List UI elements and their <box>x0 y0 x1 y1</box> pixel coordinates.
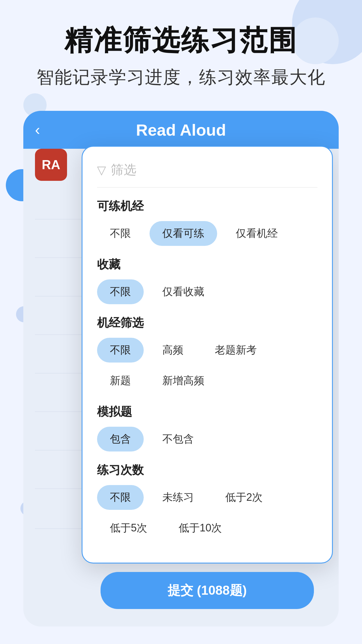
section-kelijing: 可练机经 不限 仅看可练 仅看机经 <box>97 198 317 246</box>
option-row-lianxicishu: 不限 未练习 低于2次 低于5次 低于10次 <box>97 485 317 540</box>
option-diyue2ci[interactable]: 低于2次 <box>212 485 275 510</box>
section-title-jijingshaixuan: 机经筛选 <box>97 315 317 331</box>
section-lianxicishu: 练习次数 不限 未练习 低于2次 低于5次 低于10次 <box>97 462 317 540</box>
option-row-jijingshaixuan: 不限 高频 老题新考 新题 新增高频 <box>97 338 317 393</box>
option-weilianxi[interactable]: 未练习 <box>150 485 207 510</box>
option-jikanjijing[interactable]: 仅看机经 <box>223 221 291 246</box>
filter-icon: ▽ <box>97 163 106 177</box>
filter-label: 筛选 <box>111 161 136 178</box>
option-diyue10ci[interactable]: 低于10次 <box>166 516 235 540</box>
option-xinti[interactable]: 新题 <box>97 368 144 393</box>
option-buxian-cishu[interactable]: 不限 <box>97 485 144 510</box>
submit-area: 提交 (1088题) <box>82 572 333 609</box>
section-title-shoucang: 收藏 <box>97 256 317 272</box>
option-gaopin[interactable]: 高频 <box>150 338 196 363</box>
option-row-moniti: 包含 不包含 <box>97 427 317 452</box>
option-row-kelijing: 不限 仅看可练 仅看机经 <box>97 221 317 246</box>
option-baohang[interactable]: 包含 <box>97 427 144 452</box>
option-jikanshoucang[interactable]: 仅看收藏 <box>150 279 217 304</box>
option-laotixinkou[interactable]: 老题新考 <box>202 338 270 363</box>
ra-badge: RA <box>35 149 67 181</box>
option-buxian-kelijing[interactable]: 不限 <box>97 221 144 246</box>
section-title-kelijing: 可练机经 <box>97 198 317 214</box>
sub-title: 智能记录学习进度，练习效率最大化 <box>23 66 339 89</box>
filter-modal: ▽ 筛选 可练机经 不限 仅看可练 仅看机经 收藏 不限 仅看收藏 机经筛选 不… <box>82 146 333 564</box>
filter-header: ▽ 筛选 <box>97 161 317 188</box>
section-shoucang: 收藏 不限 仅看收藏 <box>97 256 317 304</box>
option-buxian-jijing[interactable]: 不限 <box>97 338 144 363</box>
option-jikankepian[interactable]: 仅看可练 <box>150 221 217 246</box>
option-xinzenggaopin[interactable]: 新增高频 <box>150 368 217 393</box>
main-title: 精准筛选练习范围 <box>23 23 339 57</box>
submit-button[interactable]: 提交 (1088题) <box>101 572 314 609</box>
back-button[interactable]: ‹ <box>35 121 40 139</box>
option-bubaohang[interactable]: 不包含 <box>150 427 207 452</box>
option-row-shoucang: 不限 仅看收藏 <box>97 279 317 304</box>
header-title: Read Aloud <box>136 120 226 139</box>
section-title-moniti: 模拟题 <box>97 404 317 420</box>
option-buxian-shoucang[interactable]: 不限 <box>97 279 144 304</box>
app-header: ‹ Read Aloud <box>23 111 339 149</box>
section-moniti: 模拟题 包含 不包含 <box>97 404 317 452</box>
option-diyue5ci[interactable]: 低于5次 <box>97 516 160 540</box>
section-title-lianxicishu: 练习次数 <box>97 462 317 478</box>
top-section: 精准筛选练习范围 智能记录学习进度，练习效率最大化 <box>0 23 362 89</box>
section-jijingshaixuan: 机经筛选 不限 高频 老题新考 新题 新增高频 <box>97 315 317 393</box>
phone-bg: ‹ Read Aloud RA 1. Book ch #213 2. Austr… <box>23 111 339 626</box>
